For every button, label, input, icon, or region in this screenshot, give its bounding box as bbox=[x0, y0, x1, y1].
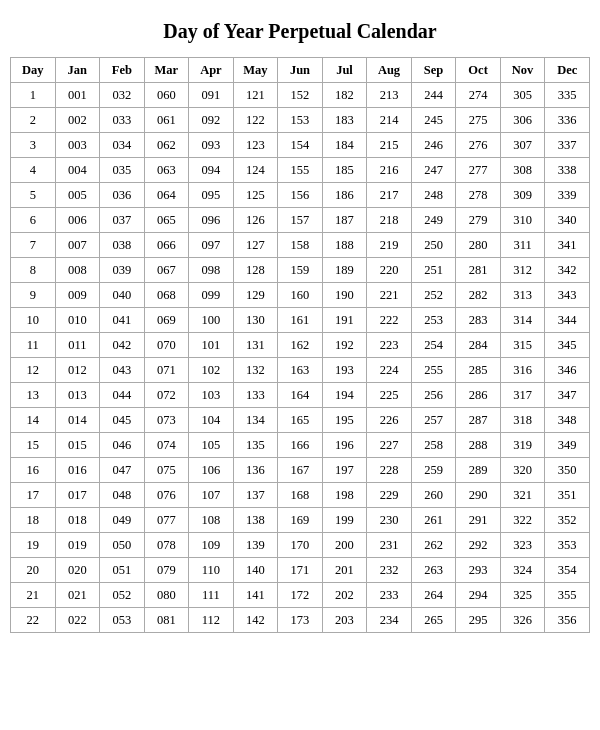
day-number: 14 bbox=[11, 408, 56, 433]
day-value: 034 bbox=[100, 133, 145, 158]
day-value: 192 bbox=[322, 333, 367, 358]
day-value: 050 bbox=[100, 533, 145, 558]
day-number: 8 bbox=[11, 258, 56, 283]
day-value: 278 bbox=[456, 183, 501, 208]
day-value: 274 bbox=[456, 83, 501, 108]
day-value: 324 bbox=[500, 558, 545, 583]
day-value: 110 bbox=[189, 558, 234, 583]
day-value: 065 bbox=[144, 208, 189, 233]
day-value: 105 bbox=[189, 433, 234, 458]
day-value: 038 bbox=[100, 233, 145, 258]
day-value: 318 bbox=[500, 408, 545, 433]
day-value: 141 bbox=[233, 583, 278, 608]
day-value: 253 bbox=[411, 308, 456, 333]
table-row: 20020051079110140171201232263293324354 bbox=[11, 558, 590, 583]
day-value: 219 bbox=[367, 233, 412, 258]
day-value: 008 bbox=[55, 258, 100, 283]
day-value: 076 bbox=[144, 483, 189, 508]
day-value: 077 bbox=[144, 508, 189, 533]
day-number: 21 bbox=[11, 583, 56, 608]
day-value: 312 bbox=[500, 258, 545, 283]
day-value: 069 bbox=[144, 308, 189, 333]
day-value: 183 bbox=[322, 108, 367, 133]
day-value: 185 bbox=[322, 158, 367, 183]
day-value: 004 bbox=[55, 158, 100, 183]
day-value: 155 bbox=[278, 158, 323, 183]
day-value: 062 bbox=[144, 133, 189, 158]
day-value: 080 bbox=[144, 583, 189, 608]
day-value: 221 bbox=[367, 283, 412, 308]
day-value: 136 bbox=[233, 458, 278, 483]
column-header-day: Day bbox=[11, 58, 56, 83]
day-value: 135 bbox=[233, 433, 278, 458]
day-value: 353 bbox=[545, 533, 590, 558]
day-value: 316 bbox=[500, 358, 545, 383]
day-value: 203 bbox=[322, 608, 367, 633]
day-value: 348 bbox=[545, 408, 590, 433]
column-header-jun: Jun bbox=[278, 58, 323, 83]
day-value: 153 bbox=[278, 108, 323, 133]
day-value: 259 bbox=[411, 458, 456, 483]
table-row: 22022053081112142173203234265295326356 bbox=[11, 608, 590, 633]
day-value: 156 bbox=[278, 183, 323, 208]
day-value: 010 bbox=[55, 308, 100, 333]
table-row: 9009040068099129160190221252282313343 bbox=[11, 283, 590, 308]
day-value: 182 bbox=[322, 83, 367, 108]
day-value: 265 bbox=[411, 608, 456, 633]
day-value: 093 bbox=[189, 133, 234, 158]
day-value: 315 bbox=[500, 333, 545, 358]
day-value: 305 bbox=[500, 83, 545, 108]
day-value: 127 bbox=[233, 233, 278, 258]
day-value: 354 bbox=[545, 558, 590, 583]
day-value: 075 bbox=[144, 458, 189, 483]
day-value: 264 bbox=[411, 583, 456, 608]
day-number: 22 bbox=[11, 608, 56, 633]
day-value: 111 bbox=[189, 583, 234, 608]
day-value: 154 bbox=[278, 133, 323, 158]
day-value: 216 bbox=[367, 158, 412, 183]
day-value: 323 bbox=[500, 533, 545, 558]
day-value: 040 bbox=[100, 283, 145, 308]
day-value: 152 bbox=[278, 83, 323, 108]
day-value: 252 bbox=[411, 283, 456, 308]
table-row: 1001032060091121152182213244274305335 bbox=[11, 83, 590, 108]
day-value: 198 bbox=[322, 483, 367, 508]
day-value: 325 bbox=[500, 583, 545, 608]
day-value: 133 bbox=[233, 383, 278, 408]
day-value: 311 bbox=[500, 233, 545, 258]
day-value: 102 bbox=[189, 358, 234, 383]
day-value: 349 bbox=[545, 433, 590, 458]
day-value: 247 bbox=[411, 158, 456, 183]
day-value: 352 bbox=[545, 508, 590, 533]
day-value: 189 bbox=[322, 258, 367, 283]
day-number: 20 bbox=[11, 558, 56, 583]
day-value: 071 bbox=[144, 358, 189, 383]
day-value: 124 bbox=[233, 158, 278, 183]
day-value: 007 bbox=[55, 233, 100, 258]
day-value: 108 bbox=[189, 508, 234, 533]
day-number: 4 bbox=[11, 158, 56, 183]
day-value: 276 bbox=[456, 133, 501, 158]
day-value: 106 bbox=[189, 458, 234, 483]
day-value: 291 bbox=[456, 508, 501, 533]
day-value: 355 bbox=[545, 583, 590, 608]
day-value: 288 bbox=[456, 433, 501, 458]
day-value: 319 bbox=[500, 433, 545, 458]
day-value: 047 bbox=[100, 458, 145, 483]
table-row: 10010041069100130161191222253283314344 bbox=[11, 308, 590, 333]
day-value: 250 bbox=[411, 233, 456, 258]
day-value: 121 bbox=[233, 83, 278, 108]
day-value: 081 bbox=[144, 608, 189, 633]
day-value: 233 bbox=[367, 583, 412, 608]
day-number: 13 bbox=[11, 383, 56, 408]
day-value: 044 bbox=[100, 383, 145, 408]
calendar-table: DayJanFebMarAprMayJunJulAugSepOctNovDec … bbox=[10, 57, 590, 633]
day-value: 019 bbox=[55, 533, 100, 558]
day-value: 309 bbox=[500, 183, 545, 208]
day-value: 015 bbox=[55, 433, 100, 458]
day-value: 257 bbox=[411, 408, 456, 433]
table-row: 13013044072103133164194225256286317347 bbox=[11, 383, 590, 408]
day-value: 072 bbox=[144, 383, 189, 408]
table-row: 14014045073104134165195226257287318348 bbox=[11, 408, 590, 433]
day-value: 070 bbox=[144, 333, 189, 358]
